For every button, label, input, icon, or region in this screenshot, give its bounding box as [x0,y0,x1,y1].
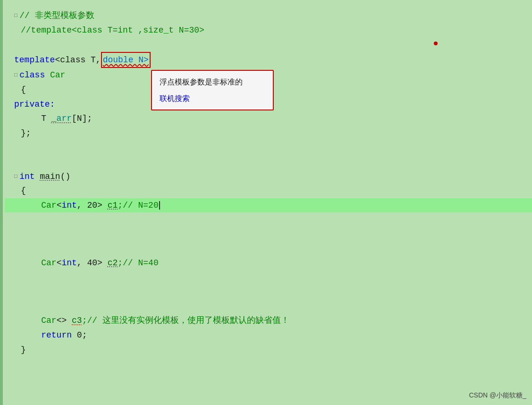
member-arr-subscript: [N]; [72,111,92,126]
collapse-icon-12[interactable]: □ [14,172,17,181]
code-line-20: } [14,343,523,357]
c2-var: c2 [108,256,118,270]
brace-close-main: } [21,343,26,357]
car-comma-1: , 20> [77,198,108,213]
code-line-4: template<class T,double N> [14,52,523,68]
code-line-13: { [14,184,523,198]
brace-open-1: { [21,83,26,97]
c3-var: c3 [72,313,82,328]
tooltip-popup: 浮点模板参数是非标准的 联机搜索 [151,70,274,110]
c1-var: c1 [108,198,118,213]
cursor [159,201,160,210]
c3-comment: ;// 这里没有实例化模板，使用了模板默认的缺省值！ [82,313,289,328]
tooltip-link[interactable]: 联机搜索 [160,92,265,105]
watermark: CSDN @小能软糖_ [469,390,526,401]
car-class-3: Car [41,313,56,328]
code-line-12: □ int main() [14,169,523,184]
int-type-2: int [61,256,76,270]
car-class-2: Car [41,256,56,270]
c1-comment: ;// N=20 [118,198,158,213]
car-empty-template: <> [57,313,72,328]
code-line-17 [14,270,523,314]
line1-text: // 非类型模板参数 [19,8,94,23]
code-line-14: Car<int, 20> c1;// N=20 [5,198,532,213]
collapse-icon-1[interactable]: □ [14,11,17,20]
code-editor: □ // 非类型模板参数 //template<class T=int ,siz… [0,0,532,405]
main-func: main [40,169,60,184]
return-indent [21,328,41,343]
code-line-9: }; [14,126,523,141]
tooltip-warning-text: 浮点模板参数是非标准的 [160,76,265,88]
code-line-1: □ // 非类型模板参数 [14,8,523,23]
c2-comment: ;// N=40 [118,256,158,270]
code-line-8: T _arr[N]; [14,111,523,126]
car-comma-2: , 40> [77,256,108,270]
template-keyword: template [14,53,55,68]
private-keyword: private: [14,97,55,112]
return-value: 0; [77,328,87,343]
brace-open-main: { [21,184,26,198]
class-keyword: class [19,68,50,83]
code-line-2: //template<class T=int ,size_t N=30> [14,23,523,38]
code-line-10 [14,140,523,155]
code-line-18: Car<> c3;// 这里没有实例化模板，使用了模板默认的缺省值！ [14,313,523,328]
code-line-11 [14,155,523,169]
car-class-1: Car [41,198,56,213]
line2-text: //template<class T=int ,size_t N=30> [21,23,204,38]
return-keyword: return [41,328,77,343]
double-N-highlighted: double N> [101,52,151,68]
main-parens: () [60,169,71,184]
car-int-20 [21,198,41,213]
car-template-2: < [57,256,62,270]
int-type-1: int [61,198,76,213]
member-arr: _arr [51,111,72,126]
car-int-40-indent [21,256,41,270]
brace-close-semi: }; [21,126,31,141]
member-T: T [21,111,51,126]
car-c3-indent [21,313,41,328]
code-line-15 [14,212,523,256]
code-line-16: Car<int, 40> c2;// N=40 [14,256,523,270]
car-template-1: < [57,198,62,213]
collapse-icon-5[interactable]: □ [14,70,17,80]
code-line-19: return 0; [14,328,523,343]
int-keyword: int [19,169,40,184]
template-open: <class T, [55,53,101,68]
class-name: Car [50,68,65,83]
code-line-3 [14,37,523,52]
left-border [0,0,3,405]
